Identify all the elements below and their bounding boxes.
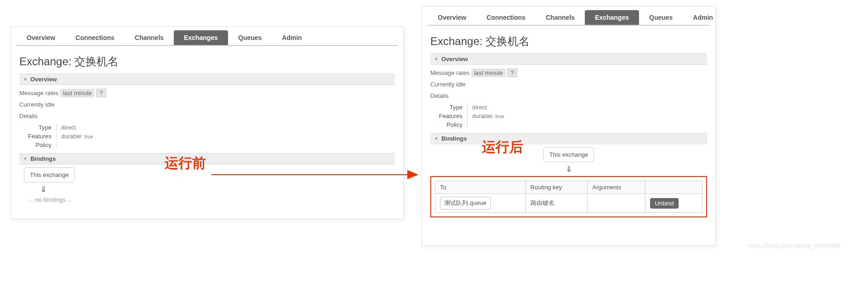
tab-queues[interactable]: Queues — [228, 30, 272, 45]
panel-before: Overview Connections Channels Exchanges … — [11, 26, 404, 219]
policy-value — [56, 142, 61, 148]
type-label: Type — [430, 104, 463, 111]
tabs-right: Overview Connections Channels Exchanges … — [428, 10, 710, 26]
queue-link[interactable]: 测试队列.queue — [440, 197, 491, 210]
durable-key: durable: — [472, 113, 494, 119]
table-row: 测试队列.queue 路由键名 Unbind — [435, 194, 702, 213]
tab-channels[interactable]: Channels — [536, 10, 585, 25]
page-title: Exchange: 交换机名 — [430, 34, 707, 49]
details-label: Details — [19, 113, 395, 119]
features-value: durable: true — [56, 133, 93, 140]
panel-after: Overview Connections Channels Exchanges … — [422, 6, 716, 246]
title-prefix: Exchange: — [430, 35, 485, 47]
tab-admin[interactable]: Admin — [272, 30, 312, 45]
bindings-table-wrap: To Routing key Arguments 测试队列.queue 路由键名… — [430, 176, 707, 217]
details-label: Details — [430, 92, 707, 99]
down-arrow-icon: ⇓ — [430, 164, 707, 174]
features-value: durable: true — [467, 113, 504, 119]
durable-key: durable: — [61, 133, 83, 140]
overview-label: Overview — [441, 56, 468, 62]
this-exchange-box[interactable]: This exchange — [24, 167, 75, 182]
message-rates-label: Message rates — [19, 90, 58, 96]
features-label: Features — [19, 133, 51, 140]
section-overview[interactable]: ▼ Overview — [430, 53, 707, 65]
policy-label: Policy — [19, 142, 51, 148]
tab-overview[interactable]: Overview — [17, 30, 65, 45]
col-routing-key: Routing key — [525, 181, 588, 194]
last-minute-badge: last minute — [471, 68, 506, 77]
bindings-label: Bindings — [441, 135, 467, 142]
message-rates-label: Message rates — [430, 69, 469, 76]
exchange-name: 交换机名 — [485, 35, 530, 47]
annotation-before: 运行前 — [165, 154, 206, 173]
tab-exchanges[interactable]: Exchanges — [585, 10, 639, 25]
chevron-down-icon: ▼ — [434, 57, 439, 62]
col-to: To — [435, 181, 526, 194]
section-overview[interactable]: ▼ Overview — [19, 74, 395, 85]
features-label: Features — [430, 113, 463, 119]
arguments-value — [588, 194, 645, 213]
type-label: Type — [19, 124, 51, 131]
col-action — [645, 181, 702, 194]
idle-text: Currently idle — [430, 81, 707, 88]
durable-val: true — [496, 113, 504, 119]
tab-queues[interactable]: Queues — [639, 10, 683, 25]
tab-connections[interactable]: Connections — [65, 30, 125, 45]
bindings-label: Bindings — [30, 155, 56, 162]
type-value: direct — [467, 104, 487, 111]
help-button[interactable]: ? — [96, 89, 106, 97]
type-value: direct — [56, 124, 76, 131]
idle-text: Currently idle — [19, 101, 395, 108]
tab-channels[interactable]: Channels — [125, 30, 174, 45]
policy-label: Policy — [430, 121, 463, 128]
this-exchange-box[interactable]: This exchange — [543, 147, 594, 162]
unbind-button[interactable]: Unbind — [650, 198, 678, 209]
no-bindings-text: ... no bindings ... — [29, 196, 395, 203]
routing-key-value: 路由键名 — [525, 194, 588, 213]
help-button[interactable]: ? — [507, 68, 517, 77]
durable-val: true — [85, 134, 93, 139]
chevron-down-icon: ▼ — [434, 136, 439, 141]
tab-exchanges[interactable]: Exchanges — [174, 30, 228, 45]
section-bindings[interactable]: ▼ Bindings — [430, 133, 707, 144]
annotation-after: 运行后 — [482, 138, 523, 157]
tab-connections[interactable]: Connections — [476, 10, 536, 25]
overview-label: Overview — [30, 76, 57, 83]
policy-value — [467, 121, 472, 128]
tabs-left: Overview Connections Channels Exchanges … — [17, 30, 398, 46]
section-bindings[interactable]: ▼ Bindings — [19, 153, 395, 165]
last-minute-badge: last minute — [60, 89, 95, 97]
down-arrow-icon: ⇓ — [39, 184, 48, 194]
tab-admin[interactable]: Admin — [683, 10, 723, 25]
col-arguments: Arguments — [588, 181, 645, 194]
page-title: Exchange: 交换机名 — [19, 54, 395, 69]
watermark: https://blog.csdn.net/qq_44543508 — [748, 243, 840, 249]
chevron-down-icon: ▼ — [23, 77, 28, 82]
arrow-icon — [211, 165, 423, 184]
title-prefix: Exchange: — [19, 55, 74, 68]
exchange-name: 交换机名 — [74, 55, 119, 68]
bindings-table: To Routing key Arguments 测试队列.queue 路由键名… — [435, 181, 702, 213]
tab-overview[interactable]: Overview — [428, 10, 476, 25]
chevron-down-icon: ▼ — [23, 156, 28, 161]
